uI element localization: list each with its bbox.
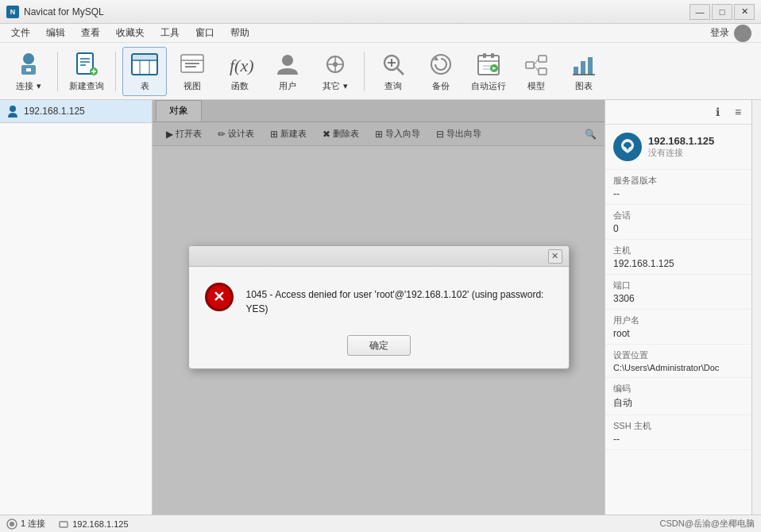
toolbar-table[interactable]: 表 <box>122 47 167 96</box>
svg-line-26 <box>397 68 404 75</box>
toolbar-model[interactable]: 模型 <box>514 47 558 96</box>
main-area: 192.168.1.125 对象 ▶ 打开表 ✏ 设计表 ⊞ 新建表 ✖ 删除表 <box>0 100 761 515</box>
server-version-value: -- <box>613 188 744 199</box>
connect-label: 连接 ▾ <box>16 80 41 92</box>
svg-rect-40 <box>539 56 547 62</box>
encoding-value: 自动 <box>613 396 744 410</box>
menu-view[interactable]: 查看 <box>73 25 108 41</box>
svg-line-42 <box>534 59 539 65</box>
status-watermark: CSDN@岳渝@坐椰电脑 <box>659 518 755 530</box>
toolbar-connect[interactable]: 连接 ▾ <box>6 47 51 96</box>
maximize-button[interactable]: □ <box>712 4 732 20</box>
function-label: 函数 <box>231 80 249 92</box>
connection-count: 1 连接 <box>21 518 45 530</box>
query-label: 查询 <box>384 80 402 92</box>
info-encoding: 编码 自动 <box>605 378 751 415</box>
app-title: Navicat for MySQL <box>24 6 104 17</box>
server-name: 192.168.1.125 <box>648 135 714 147</box>
server-status-icon <box>58 519 69 530</box>
menu-favorites[interactable]: 收藏夹 <box>108 25 153 41</box>
sep1 <box>57 52 58 91</box>
menu-tools[interactable]: 工具 <box>153 25 187 41</box>
connection-label: 192.168.1.125 <box>24 106 85 117</box>
table-label: 表 <box>141 80 149 92</box>
new-query-icon <box>72 51 101 78</box>
status-connections: 1 连接 <box>6 518 45 530</box>
menu-items: 文件 编辑 查看 收藏夹 工具 窗口 帮助 <box>3 25 257 41</box>
status-server-label: 192.168.1.125 <box>72 519 128 529</box>
port-label: 端口 <box>613 279 744 291</box>
user-avatar <box>734 25 751 42</box>
svg-rect-41 <box>539 68 547 75</box>
toolbar-user[interactable]: 用户 <box>265 47 310 96</box>
toolbar-function[interactable]: f(x) 函数 <box>218 47 262 96</box>
menu-window[interactable]: 窗口 <box>187 25 222 41</box>
username-value: root <box>613 328 744 339</box>
title-bar-left: N Navicat for MySQL <box>6 6 104 18</box>
svg-line-43 <box>534 65 539 71</box>
title-bar: N Navicat for MySQL — □ ✕ <box>0 0 761 24</box>
settings-path-label: 设置位置 <box>613 349 744 361</box>
svg-point-24 <box>333 62 338 67</box>
info-username: 用户名 root <box>605 310 751 345</box>
svg-rect-2 <box>26 68 31 71</box>
menu-edit[interactable]: 编辑 <box>38 25 73 41</box>
other-icon <box>321 51 350 78</box>
svg-rect-39 <box>526 62 534 68</box>
menu-help[interactable]: 帮助 <box>222 25 257 41</box>
toolbar-query[interactable]: 查询 <box>371 47 415 96</box>
ssh-host-label: SSH 主机 <box>613 420 744 432</box>
server-version-label: 服务器版本 <box>613 175 744 187</box>
svg-point-29 <box>431 55 450 74</box>
toolbar-scheduler[interactable]: 自动运行 <box>466 47 511 96</box>
backup-icon <box>427 51 455 78</box>
info-port: 端口 3306 <box>605 275 751 310</box>
app-icon: N <box>6 6 19 18</box>
toolbar-chart[interactable]: 图表 <box>562 47 606 96</box>
modal-body: ✕ 1045 - Access denied for user 'root'@'… <box>189 267 569 329</box>
username-label: 用户名 <box>613 314 744 326</box>
scrollbar[interactable] <box>751 100 761 515</box>
user-label: 用户 <box>279 80 296 92</box>
modal-close-button[interactable]: ✕ <box>548 249 562 264</box>
modal-overlay: ✕ ✕ 1045 - Access denied for user 'root'… <box>153 100 605 515</box>
chart-icon <box>570 51 598 78</box>
error-circle: ✕ <box>205 283 234 311</box>
server-logo <box>613 133 642 161</box>
toolbar-other[interactable]: 其它 ▾ <box>313 47 357 96</box>
connection-status-icon <box>6 519 17 530</box>
scheduler-icon <box>474 51 503 78</box>
status-server: 192.168.1.125 <box>58 519 128 530</box>
info-detail-button[interactable]: ≡ <box>729 103 747 121</box>
svg-rect-33 <box>491 53 494 58</box>
toolbar-view[interactable]: 视图 <box>170 47 214 96</box>
query-icon <box>379 51 408 78</box>
info-server-version: 服务器版本 -- <box>605 170 751 205</box>
menu-bar: 文件 编辑 查看 收藏夹 工具 窗口 帮助 登录 <box>0 24 761 43</box>
toolbar-new-query[interactable]: 新建查询 <box>64 47 109 96</box>
host-value: 192.168.1.125 <box>613 258 744 269</box>
svg-rect-14 <box>132 54 157 60</box>
svg-rect-18 <box>185 66 196 67</box>
menu-file[interactable]: 文件 <box>3 25 38 41</box>
info-icon-button[interactable]: ℹ <box>709 103 726 121</box>
sep2 <box>115 52 116 91</box>
function-icon: f(x) <box>226 51 254 78</box>
modal-titlebar: ✕ <box>189 246 569 267</box>
svg-point-48 <box>10 106 16 112</box>
svg-point-20 <box>282 55 293 66</box>
new-query-label: 新建查询 <box>69 80 104 92</box>
connection-item[interactable]: 192.168.1.125 <box>0 100 152 123</box>
left-panel: 192.168.1.125 <box>0 100 153 515</box>
info-header: ℹ ≡ <box>605 100 751 125</box>
status-bar: 1 连接 192.168.1.125 CSDN@岳渝@坐椰电脑 <box>0 515 761 532</box>
ok-button[interactable]: 确定 <box>347 335 411 356</box>
connect-icon <box>14 51 43 78</box>
info-host: 主机 192.168.1.125 <box>605 240 751 275</box>
minimize-button[interactable]: — <box>690 4 710 20</box>
toolbar-backup[interactable]: 备份 <box>419 47 463 96</box>
login-button[interactable]: 登录 <box>710 26 729 40</box>
info-panel: ℹ ≡ 192.168.1.125 没有连接 服务器版本 -- 会话 0 主机 <box>605 100 751 515</box>
backup-label: 备份 <box>432 80 450 92</box>
close-button[interactable]: ✕ <box>734 4 755 20</box>
